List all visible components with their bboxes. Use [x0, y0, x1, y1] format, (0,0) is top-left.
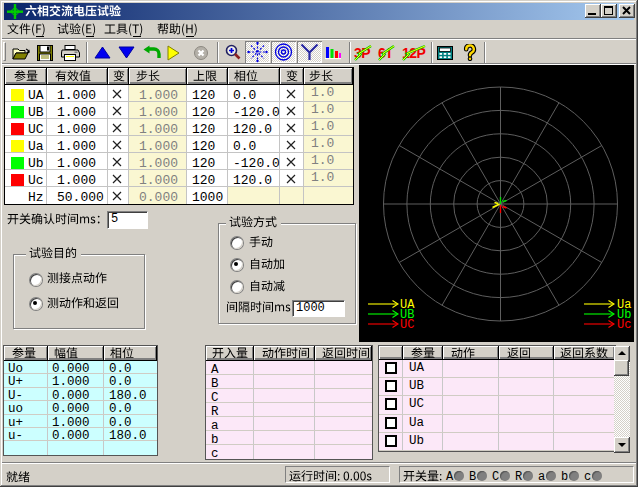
svg-text:Uc: Uc — [617, 318, 631, 332]
svg-text:UC: UC — [400, 318, 414, 332]
